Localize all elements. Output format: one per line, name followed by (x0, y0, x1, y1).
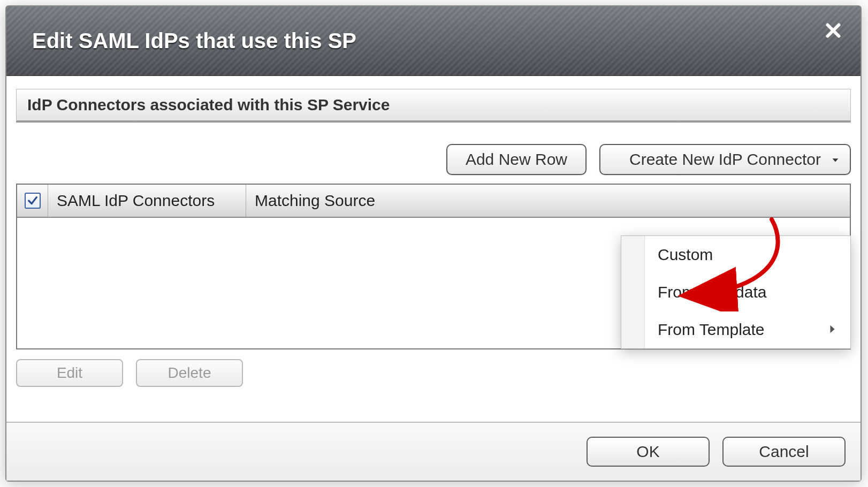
dropdown-items: Custom From Metadata From Template (645, 236, 850, 348)
dropdown-item-custom[interactable]: Custom (645, 236, 850, 273)
create-connector-dropdown: Custom From Metadata From Template (621, 235, 851, 349)
dialog-header: Edit SAML IdPs that use this SP (6, 6, 861, 76)
table-header-row: SAML IdP Connectors Matching Source (17, 185, 850, 218)
add-new-row-button[interactable]: Add New Row (446, 144, 587, 175)
column-header-connectors[interactable]: SAML IdP Connectors (48, 185, 246, 217)
dialog-footer: OK Cancel (6, 422, 861, 481)
section-title: IdP Connectors associated with this SP S… (16, 89, 851, 123)
toolbar: Add New Row Create New IdP Connector (16, 123, 851, 184)
cancel-button[interactable]: Cancel (722, 437, 846, 467)
dialog-title: Edit SAML IdPs that use this SP (32, 29, 356, 53)
edit-button[interactable]: Edit (16, 359, 123, 387)
dropdown-item-from-metadata[interactable]: From Metadata (645, 273, 850, 311)
chevron-right-icon (828, 321, 837, 339)
dropdown-item-label: From Template (658, 321, 765, 339)
create-new-idp-connector-button[interactable]: Create New IdP Connector (599, 144, 851, 175)
dialog: Edit SAML IdPs that use this SP IdP Conn… (5, 5, 862, 482)
row-actions: Edit Delete (16, 349, 851, 387)
dialog-body: IdP Connectors associated with this SP S… (6, 76, 861, 422)
ok-button[interactable]: OK (587, 437, 710, 467)
cancel-button-label: Cancel (759, 443, 809, 461)
create-new-idp-connector-label: Create New IdP Connector (629, 150, 821, 169)
delete-button-label: Delete (168, 364, 211, 382)
dropdown-item-label: Custom (658, 246, 713, 264)
dropdown-gutter (621, 236, 645, 348)
dropdown-item-label: From Metadata (658, 283, 766, 301)
add-new-row-label: Add New Row (466, 150, 567, 169)
dropdown-item-from-template[interactable]: From Template (645, 311, 850, 348)
ok-button-label: OK (636, 443, 659, 461)
column-header-matching-source[interactable]: Matching Source (246, 185, 850, 217)
checkmark-icon (27, 195, 39, 207)
delete-button[interactable]: Delete (136, 359, 243, 387)
select-all-checkbox[interactable] (25, 193, 41, 209)
select-all-header (17, 185, 48, 217)
edit-button-label: Edit (57, 364, 82, 382)
close-icon[interactable] (822, 19, 844, 42)
caret-down-icon (831, 150, 840, 169)
